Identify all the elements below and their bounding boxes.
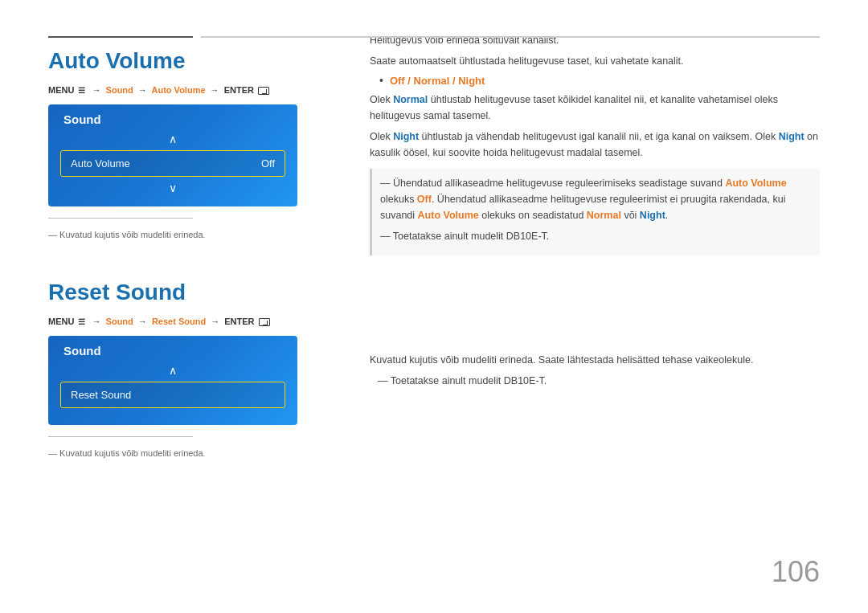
bullet-dot: • xyxy=(379,74,383,87)
tv-menu-sound-title-2: Sound xyxy=(60,344,285,358)
auto-volume-section: Auto Volume MENU ☰ → Sound → Auto Volume… xyxy=(48,48,330,239)
av-para4-mid: ühtlustab ja vähendab helitugevust igal … xyxy=(419,131,779,142)
av-para2: Saate automaatselt ühtlustada helitugevu… xyxy=(370,53,820,69)
auto-volume-item-value: Off xyxy=(261,157,275,170)
av-note1-bold4: Normal xyxy=(587,210,621,221)
av-para4-prefix: Olek xyxy=(370,131,393,142)
reset-sound-right-content: Kuvatud kujutis võib mudeliti erineda. S… xyxy=(370,352,820,389)
enter-icon-2 xyxy=(259,318,270,326)
auto-volume-right-content: Helitugevus võib erineda sõltuvalt kanal… xyxy=(370,32,820,255)
av-para4-bold1: Night xyxy=(393,131,419,142)
right-column: Helitugevus võib erineda sõltuvalt kanal… xyxy=(354,32,820,589)
av-para3-mid: ühtlustab helitugevuse taset kõikidel ka… xyxy=(370,94,778,121)
av-note2: ― Toetatakse ainult mudelit DB10E-T. xyxy=(380,228,812,244)
av-para3-prefix: Olek xyxy=(370,94,393,105)
auto-volume-breadcrumb: MENU ☰ → Sound → Auto Volume → ENTER xyxy=(48,85,330,95)
av-para3-bold: Normal xyxy=(393,94,428,105)
section2-note: Kuvatud kujutis võib mudeliti erineda. xyxy=(48,448,330,458)
section1-note: Kuvatud kujutis võib mudeliti erineda. xyxy=(48,230,330,239)
breadcrumb-autovolume: Auto Volume xyxy=(152,85,206,95)
auto-volume-tv-menu: Sound ∧ Auto Volume Off ∨ xyxy=(48,104,297,206)
arrow6: → xyxy=(211,317,219,326)
arrow5: → xyxy=(138,317,147,326)
menu-icon: ☰ xyxy=(78,86,85,95)
tv-menu-chevron-down-1: ∨ xyxy=(60,182,285,194)
reset-sound-tv-menu: Sound ∧ Reset Sound xyxy=(48,336,297,425)
menu-icon-2: ☰ xyxy=(78,317,85,326)
av-bullet-text: Off / Normal / Night xyxy=(390,75,485,87)
av-note1-bold5: Night xyxy=(640,210,665,221)
page-number: 106 xyxy=(772,555,820,589)
av-para3: Olek Normal ühtlustab helitugevuse taset… xyxy=(370,92,820,124)
av-note1-prefix: Ühendatud allikaseadme helitugevuse regu… xyxy=(393,178,725,189)
av-note1-mid3: olekuks on seadistatud xyxy=(479,210,587,221)
arrow3: → xyxy=(211,85,219,95)
auto-volume-title: Auto Volume xyxy=(48,48,330,74)
auto-volume-menu-item[interactable]: Auto Volume Off xyxy=(60,150,285,177)
av-note1-bold3: Auto Volume xyxy=(418,210,479,221)
av-para4-bold2: Night xyxy=(779,131,805,142)
av-note1: ― Ühendatud allikaseadme helitugevuse re… xyxy=(380,175,812,223)
enter-label: ENTER xyxy=(224,85,254,95)
top-dividers xyxy=(48,36,820,38)
enter-icon xyxy=(258,87,269,95)
right-section-sep xyxy=(370,288,820,312)
av-note1-bold2: Off xyxy=(417,194,432,205)
divider-left xyxy=(48,36,193,38)
av-para4: Olek Night ühtlustab ja vähendab helitug… xyxy=(370,129,820,161)
tv-menu-chevron-up-1: ∧ xyxy=(60,133,285,145)
av-para1: Helitugevus võib erineda sõltuvalt kanal… xyxy=(370,32,820,48)
menu-label-2: MENU xyxy=(48,317,74,326)
breadcrumb-resetsound: Reset Sound xyxy=(152,317,206,326)
reset-sound-section: Reset Sound MENU ☰ → Sound → Reset Sound… xyxy=(48,280,330,458)
arrow2: → xyxy=(138,85,147,95)
breadcrumb-sound: Sound xyxy=(106,85,133,95)
av-note-block: ― Ühendatud allikaseadme helitugevuse re… xyxy=(370,169,820,255)
av-note1-bold1: Auto Volume xyxy=(725,178,786,189)
section2-sep xyxy=(48,436,193,437)
reset-sound-menu-item[interactable]: Reset Sound xyxy=(60,382,285,408)
enter-label-2: ENTER xyxy=(224,317,254,326)
breadcrumb-sound-2: Sound xyxy=(106,317,133,326)
auto-volume-item-label: Auto Volume xyxy=(71,157,130,170)
reset-sound-item-label: Reset Sound xyxy=(71,389,131,401)
page-container: Auto Volume MENU ☰ → Sound → Auto Volume… xyxy=(0,0,868,613)
left-column: Auto Volume MENU ☰ → Sound → Auto Volume… xyxy=(48,32,354,589)
rs-para1: Kuvatud kujutis võib mudeliti erineda. S… xyxy=(370,352,820,368)
av-bullet: • Off / Normal / Night xyxy=(379,74,820,87)
arrow4: → xyxy=(92,317,101,326)
tv-menu-chevron-up-2: ∧ xyxy=(60,364,285,377)
arrow1: → xyxy=(92,85,101,95)
av-note1-mid1: olekuks xyxy=(380,194,417,205)
reset-sound-title: Reset Sound xyxy=(48,280,330,305)
divider-right xyxy=(201,36,820,38)
av-note1-end: või xyxy=(621,210,640,221)
reset-sound-breadcrumb: MENU ☰ → Sound → Reset Sound → ENTER xyxy=(48,317,330,326)
tv-menu-sound-title-1: Sound xyxy=(60,112,285,126)
section1-sep xyxy=(48,218,193,219)
rs-note: Toetatakse ainult mudelit DB10E-T. xyxy=(370,373,820,389)
menu-label: MENU xyxy=(48,85,74,95)
av-note1-period: . xyxy=(665,210,668,221)
